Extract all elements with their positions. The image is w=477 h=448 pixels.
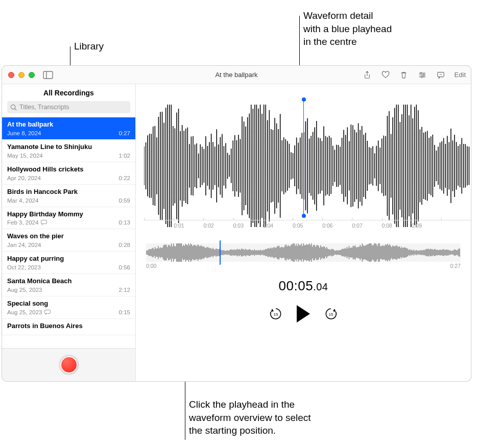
svg-text:15: 15 (329, 312, 333, 317)
time-axis: 0:010:020:030:040:050:060:070:080:09 (144, 220, 471, 232)
overview-times: 0:00 0:27 (146, 263, 461, 269)
transcript-badge-icon (41, 220, 47, 225)
tick: 0:03 (233, 220, 263, 232)
recording-date: June 8, 2024 (7, 130, 41, 136)
recording-title: Happy cat purring (7, 255, 130, 263)
callout-library: Library (74, 40, 104, 53)
recordings-list[interactable]: At the ballparkJune 8, 20240:27Yamanote … (2, 117, 135, 348)
list-item[interactable]: Happy cat purringOct 22, 20230:56 (2, 252, 135, 274)
recording-date: Feb 3, 2024 (7, 219, 38, 226)
tick: 0:01 (174, 220, 203, 232)
fullscreen-window-button[interactable] (29, 72, 35, 78)
transcript-icon[interactable]: ••• (436, 70, 445, 80)
playback-controls: 15 15 (136, 305, 471, 322)
recording-date: May 15, 2024 (7, 153, 43, 159)
tick: 0:09 (412, 220, 441, 232)
toggle-sidebar-button[interactable] (43, 71, 53, 79)
recording-duration: 0:15 (119, 309, 130, 315)
list-item[interactable]: Yamanote Line to ShinjukuMay 15, 20241:0… (2, 140, 135, 162)
recording-duration: 0:56 (119, 264, 130, 270)
trash-icon[interactable] (399, 70, 409, 80)
search-icon (10, 104, 17, 111)
list-item[interactable]: Waves on the pierJan 24, 20240:28 (2, 229, 135, 252)
recording-title: Birds in Hancock Park (7, 188, 130, 196)
waveform-detail[interactable]: 0:010:020:030:040:050:060:070:080:09 (136, 84, 471, 237)
overview-start: 0:00 (146, 263, 156, 269)
list-item[interactable]: Santa Monica BeachAug 25, 20232:12 (2, 274, 135, 296)
svg-line-11 (15, 108, 16, 110)
favorite-icon[interactable] (381, 70, 390, 80)
svg-point-10 (11, 105, 15, 109)
tick (441, 220, 471, 232)
recording-date: Apr 20, 2024 (7, 175, 41, 181)
callout-waveform-detail: Waveform detail with a blue playhead in … (303, 9, 392, 48)
recording-title: Santa Monica Beach (7, 277, 130, 286)
transcript-badge-icon (44, 310, 51, 315)
list-item[interactable]: Birds in Hancock ParkMar 4, 20240:59 (2, 185, 135, 207)
edit-button[interactable]: Edit (455, 71, 466, 79)
traffic-lights (2, 72, 35, 78)
share-icon[interactable] (363, 70, 372, 80)
recording-duration: 0:13 (119, 219, 130, 226)
recording-duration: 0:27 (119, 130, 130, 136)
recording-date: Jan 24, 2024 (7, 242, 41, 248)
recording-date: Oct 22, 2023 (7, 264, 41, 270)
sidebar: All Recordings Titles, Transcripts At th… (2, 84, 136, 381)
close-window-button[interactable] (8, 72, 14, 78)
search-placeholder: Titles, Transcripts (19, 104, 69, 111)
svg-rect-12 (41, 220, 47, 224)
record-row (2, 348, 135, 381)
minimize-window-button[interactable] (18, 72, 25, 78)
recording-title: Parrots in Buenos Aires (7, 322, 130, 331)
app-window: At the ballpark (2, 65, 471, 382)
recording-duration: 1:02 (119, 153, 130, 159)
waveform-overview[interactable] (146, 243, 461, 262)
recording-duration: 0:28 (119, 242, 130, 248)
svg-point-3 (420, 72, 421, 73)
main-area: 0:010:020:030:040:050:060:070:080:09 0:0… (136, 84, 471, 381)
playhead[interactable] (303, 99, 304, 216)
list-item[interactable]: Happy Birthday MommyFeb 3, 20240:13 (2, 207, 135, 230)
search-input[interactable]: Titles, Transcripts (7, 101, 130, 113)
recording-date: Aug 25, 2023 (7, 287, 42, 293)
recording-title: At the ballpark (7, 120, 130, 129)
list-item[interactable]: At the ballparkJune 8, 20240:27 (2, 117, 135, 140)
recording-duration: 2:12 (119, 287, 130, 293)
skip-forward-button[interactable]: 15 (324, 307, 338, 320)
svg-text:•••: ••• (439, 73, 442, 76)
overview-end: 0:27 (450, 263, 461, 269)
overview-playhead[interactable] (220, 240, 221, 265)
toolbar-right: ••• Edit (363, 70, 466, 80)
recording-date: Aug 25, 2023 (7, 309, 42, 315)
recording-duration: 0:22 (119, 175, 130, 181)
recording-title: Happy Birthday Mommy (7, 210, 130, 219)
record-button[interactable] (59, 355, 79, 375)
svg-point-5 (423, 74, 424, 76)
titlebar: At the ballpark (2, 66, 471, 84)
play-button[interactable] (297, 305, 310, 322)
list-item[interactable]: Parrots in Buenos Aires (2, 319, 135, 335)
tick: 0:07 (352, 220, 381, 232)
recording-duration: 0:59 (119, 197, 130, 204)
svg-text:15: 15 (274, 312, 278, 317)
tick: 0:04 (263, 220, 293, 232)
skip-back-button[interactable]: 15 (269, 307, 282, 320)
svg-rect-13 (45, 310, 51, 314)
svg-rect-0 (43, 71, 53, 79)
tick: 0:08 (382, 220, 412, 232)
recording-date: Mar 4, 2024 (7, 197, 38, 204)
recording-title: Special song (7, 300, 130, 308)
svg-point-7 (421, 76, 422, 77)
recording-title: Yamanote Line to Shinjuku (7, 143, 130, 152)
recording-title: Waves on the pier (7, 232, 130, 241)
time-display: 00:05.04 (136, 278, 471, 294)
tick: 0:06 (322, 220, 352, 232)
settings-sliders-icon[interactable] (418, 70, 427, 80)
recording-title: Hollywood Hills crickets (7, 165, 130, 174)
tick: 0:02 (203, 220, 233, 232)
callout-overview-hint: Click the playhead in the waveform overv… (189, 398, 311, 437)
tick: 0:05 (293, 220, 322, 232)
list-item[interactable]: Hollywood Hills cricketsApr 20, 20240:22 (2, 162, 135, 185)
tick (144, 220, 174, 232)
list-item[interactable]: Special songAug 25, 20230:15 (2, 296, 135, 319)
